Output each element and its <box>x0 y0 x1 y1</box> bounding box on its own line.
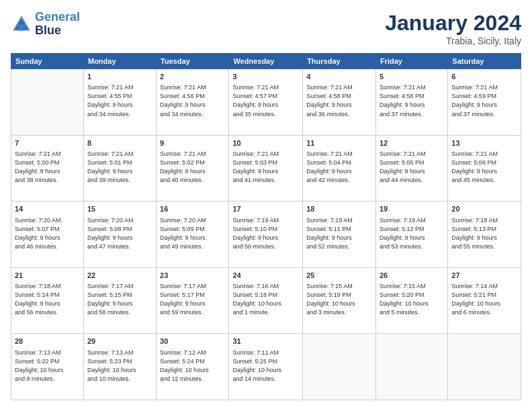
day-info: Sunrise: 7:21 AM Sunset: 4:58 PM Dayligh… <box>306 83 372 118</box>
day-number: 18 <box>306 204 372 214</box>
svg-rect-2 <box>18 24 25 31</box>
calendar-cell <box>303 334 376 400</box>
calendar-cell: 29Sunrise: 7:13 AM Sunset: 5:23 PM Dayli… <box>83 334 156 400</box>
calendar-cell: 10Sunrise: 7:21 AM Sunset: 5:03 PM Dayli… <box>229 135 303 201</box>
calendar-cell: 18Sunrise: 7:19 AM Sunset: 5:11 PM Dayli… <box>303 201 376 268</box>
day-number: 13 <box>451 138 517 148</box>
calendar-cell: 26Sunrise: 7:15 AM Sunset: 5:20 PM Dayli… <box>375 267 447 334</box>
title-block: January 2024 Trabia, Sicily, Italy <box>385 11 521 46</box>
day-number: 23 <box>160 271 225 281</box>
page: General Blue January 2024 Trabia, Sicily… <box>0 0 532 411</box>
day-info: Sunrise: 7:20 AM Sunset: 5:09 PM Dayligh… <box>160 216 225 251</box>
day-number: 3 <box>232 72 299 82</box>
header: General Blue January 2024 Trabia, Sicily… <box>11 11 521 46</box>
day-info: Sunrise: 7:18 AM Sunset: 5:13 PM Dayligh… <box>451 216 517 251</box>
day-number: 29 <box>87 336 152 347</box>
day-info: Sunrise: 7:21 AM Sunset: 4:57 PM Dayligh… <box>232 83 299 118</box>
calendar-cell: 5Sunrise: 7:21 AM Sunset: 4:58 PM Daylig… <box>375 69 447 136</box>
day-number: 6 <box>451 72 517 82</box>
day-number: 20 <box>451 204 517 214</box>
day-header-sunday: Sunday <box>11 54 84 69</box>
calendar-cell <box>448 334 521 400</box>
day-info: Sunrise: 7:21 AM Sunset: 5:00 PM Dayligh… <box>15 150 80 185</box>
day-number: 31 <box>232 336 299 347</box>
calendar-cell: 8Sunrise: 7:21 AM Sunset: 5:01 PM Daylig… <box>83 135 156 201</box>
day-number: 28 <box>15 336 80 347</box>
calendar-cell: 20Sunrise: 7:18 AM Sunset: 5:13 PM Dayli… <box>448 201 521 268</box>
calendar-cell: 11Sunrise: 7:21 AM Sunset: 5:04 PM Dayli… <box>303 135 376 201</box>
logo-icon <box>11 13 32 35</box>
day-number: 2 <box>160 72 225 82</box>
calendar-week-row: 7Sunrise: 7:21 AM Sunset: 5:00 PM Daylig… <box>11 135 521 201</box>
day-info: Sunrise: 7:21 AM Sunset: 4:56 PM Dayligh… <box>160 83 225 118</box>
calendar-cell: 25Sunrise: 7:15 AM Sunset: 5:19 PM Dayli… <box>303 267 376 334</box>
day-info: Sunrise: 7:21 AM Sunset: 5:01 PM Dayligh… <box>87 150 152 185</box>
calendar-cell: 12Sunrise: 7:21 AM Sunset: 5:05 PM Dayli… <box>375 135 447 201</box>
calendar-cell: 15Sunrise: 7:20 AM Sunset: 5:08 PM Dayli… <box>83 201 156 268</box>
month-title: January 2024 <box>385 11 521 36</box>
day-number: 21 <box>15 271 80 281</box>
day-number: 11 <box>306 138 372 148</box>
day-header-friday: Friday <box>375 54 447 69</box>
day-info: Sunrise: 7:20 AM Sunset: 5:08 PM Dayligh… <box>87 216 152 251</box>
day-number: 16 <box>160 204 225 214</box>
day-number: 14 <box>15 204 80 214</box>
day-header-thursday: Thursday <box>303 54 376 69</box>
calendar-cell: 28Sunrise: 7:13 AM Sunset: 5:22 PM Dayli… <box>11 334 84 400</box>
day-number: 19 <box>380 204 444 214</box>
calendar-cell: 16Sunrise: 7:20 AM Sunset: 5:09 PM Dayli… <box>157 201 229 268</box>
location-subtitle: Trabia, Sicily, Italy <box>385 36 521 46</box>
calendar-cell: 22Sunrise: 7:17 AM Sunset: 5:15 PM Dayli… <box>83 267 156 334</box>
day-number: 4 <box>306 72 372 82</box>
day-info: Sunrise: 7:21 AM Sunset: 4:55 PM Dayligh… <box>87 83 152 118</box>
day-info: Sunrise: 7:21 AM Sunset: 5:04 PM Dayligh… <box>306 150 372 185</box>
day-number: 30 <box>160 336 225 347</box>
day-number: 25 <box>306 271 372 281</box>
day-info: Sunrise: 7:13 AM Sunset: 5:22 PM Dayligh… <box>15 349 80 383</box>
day-info: Sunrise: 7:14 AM Sunset: 5:21 PM Dayligh… <box>451 282 517 317</box>
day-number: 15 <box>87 204 152 214</box>
calendar-cell: 17Sunrise: 7:19 AM Sunset: 5:10 PM Dayli… <box>229 201 303 268</box>
day-info: Sunrise: 7:18 AM Sunset: 5:14 PM Dayligh… <box>15 282 80 317</box>
day-number: 22 <box>87 271 152 281</box>
day-number: 26 <box>380 271 444 281</box>
day-number: 10 <box>232 138 299 148</box>
day-header-monday: Monday <box>83 54 156 69</box>
day-info: Sunrise: 7:15 AM Sunset: 5:20 PM Dayligh… <box>380 282 444 317</box>
calendar-cell: 14Sunrise: 7:20 AM Sunset: 5:07 PM Dayli… <box>11 201 84 268</box>
day-info: Sunrise: 7:21 AM Sunset: 4:58 PM Dayligh… <box>380 83 444 118</box>
calendar-cell: 30Sunrise: 7:12 AM Sunset: 5:24 PM Dayli… <box>157 334 229 400</box>
day-info: Sunrise: 7:12 AM Sunset: 5:24 PM Dayligh… <box>160 349 225 383</box>
day-number: 7 <box>15 138 80 148</box>
day-info: Sunrise: 7:21 AM Sunset: 5:06 PM Dayligh… <box>451 150 517 185</box>
day-number: 1 <box>87 72 152 82</box>
calendar-week-row: 1Sunrise: 7:21 AM Sunset: 4:55 PM Daylig… <box>11 69 521 136</box>
calendar-cell <box>375 334 447 400</box>
day-number: 27 <box>451 271 517 281</box>
day-info: Sunrise: 7:11 AM Sunset: 5:25 PM Dayligh… <box>232 349 299 383</box>
day-info: Sunrise: 7:19 AM Sunset: 5:11 PM Dayligh… <box>306 216 372 251</box>
day-info: Sunrise: 7:19 AM Sunset: 5:10 PM Dayligh… <box>232 216 299 251</box>
calendar-cell: 24Sunrise: 7:16 AM Sunset: 5:18 PM Dayli… <box>229 267 303 334</box>
day-info: Sunrise: 7:21 AM Sunset: 4:59 PM Dayligh… <box>451 83 517 118</box>
day-info: Sunrise: 7:13 AM Sunset: 5:23 PM Dayligh… <box>87 349 152 383</box>
calendar-cell: 4Sunrise: 7:21 AM Sunset: 4:58 PM Daylig… <box>303 69 376 136</box>
day-info: Sunrise: 7:21 AM Sunset: 5:02 PM Dayligh… <box>160 150 225 185</box>
calendar-cell: 31Sunrise: 7:11 AM Sunset: 5:25 PM Dayli… <box>229 334 303 400</box>
day-header-saturday: Saturday <box>448 54 521 69</box>
calendar-cell: 23Sunrise: 7:17 AM Sunset: 5:17 PM Dayli… <box>157 267 229 334</box>
calendar-header-row: SundayMondayTuesdayWednesdayThursdayFrid… <box>11 54 521 69</box>
day-header-tuesday: Tuesday <box>157 54 229 69</box>
calendar-cell: 19Sunrise: 7:19 AM Sunset: 5:12 PM Dayli… <box>375 201 447 268</box>
day-info: Sunrise: 7:16 AM Sunset: 5:18 PM Dayligh… <box>232 282 299 317</box>
calendar-week-row: 28Sunrise: 7:13 AM Sunset: 5:22 PM Dayli… <box>11 334 521 400</box>
day-number: 8 <box>87 138 152 148</box>
calendar-cell: 7Sunrise: 7:21 AM Sunset: 5:00 PM Daylig… <box>11 135 84 201</box>
calendar-cell: 21Sunrise: 7:18 AM Sunset: 5:14 PM Dayli… <box>11 267 84 334</box>
day-number: 9 <box>160 138 225 148</box>
calendar-cell: 1Sunrise: 7:21 AM Sunset: 4:55 PM Daylig… <box>83 69 156 136</box>
calendar-cell: 13Sunrise: 7:21 AM Sunset: 5:06 PM Dayli… <box>448 135 521 201</box>
calendar-cell: 27Sunrise: 7:14 AM Sunset: 5:21 PM Dayli… <box>448 267 521 334</box>
day-number: 24 <box>232 271 299 281</box>
calendar-cell: 9Sunrise: 7:21 AM Sunset: 5:02 PM Daylig… <box>157 135 229 201</box>
